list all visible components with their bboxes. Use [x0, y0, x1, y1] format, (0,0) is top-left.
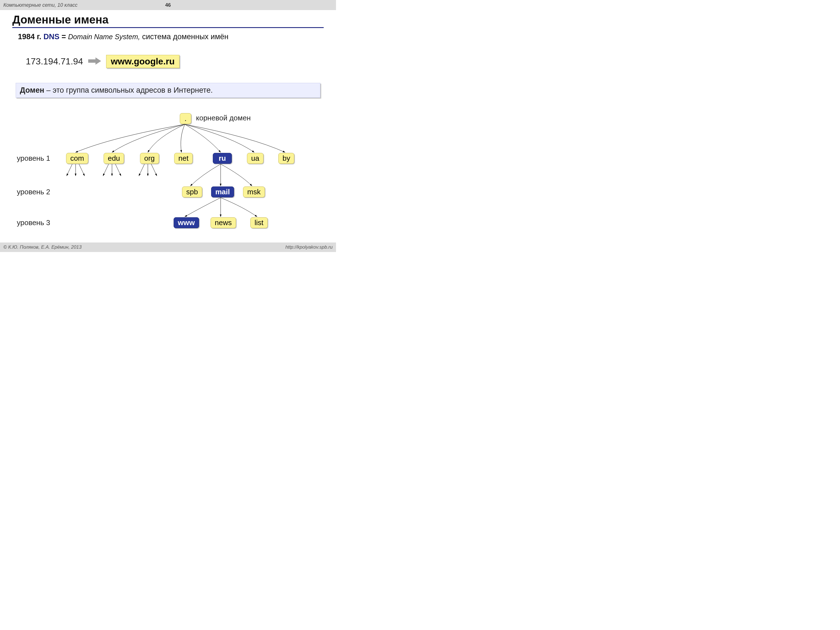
tree-node-ua: ua [247, 153, 264, 164]
intro-line: 1984 г. DNS = Domain Name System, систем… [18, 33, 325, 41]
footer-url: http://kpolyakov.spb.ru [285, 245, 333, 250]
tree-node-org: org [140, 153, 159, 164]
tree-node-www: www [174, 217, 199, 228]
course-label: Компьютерные сети, 10 класс [3, 2, 77, 8]
level-2-label: уровень 2 [17, 188, 50, 196]
root-domain-label: корневой домен [196, 114, 251, 122]
equals-text: = [62, 33, 68, 41]
tree-node-com: com [66, 153, 88, 164]
definition-term: Домен [20, 86, 44, 94]
intro-tail: система доменных имён [142, 33, 229, 41]
year-text: 1984 г. [18, 33, 41, 41]
definition-body: – это группа символьных адресов в Интерн… [46, 86, 213, 94]
tree-node-list: list [250, 217, 268, 228]
domain-tree: . корневой домен уровень 1 уровень 2 уро… [0, 106, 336, 241]
domain-highlight-box: www.google.ru [106, 55, 180, 68]
tree-node-mail: mail [211, 186, 234, 197]
tree-node-msk: msk [243, 186, 265, 197]
tree-node-by: by [278, 153, 294, 164]
arrow-right-icon [88, 57, 102, 66]
footer-copyright: © К.Ю. Поляков, Е.А. Ерёмин, 2013 [3, 245, 82, 250]
tree-node-net: net [174, 153, 193, 164]
definition-box: Домен – это группа символьных адресов в … [16, 83, 321, 98]
footer-bar: © К.Ю. Поляков, Е.А. Ерёмин, 2013 http:/… [0, 243, 336, 252]
tree-node-root: . [180, 113, 191, 124]
tree-node-ru: ru [213, 153, 232, 164]
tree-connectors [0, 106, 336, 241]
tree-node-spb: spb [182, 186, 202, 197]
dns-expansion: Domain Name System, [68, 33, 140, 41]
ip-address: 173.194.71.94 [26, 56, 83, 66]
header-bar: Компьютерные сети, 10 класс 46 [0, 0, 336, 10]
tree-node-news: news [210, 217, 236, 228]
tree-node-edu: edu [104, 153, 124, 164]
svg-marker-0 [88, 57, 101, 65]
level-3-label: уровень 3 [17, 218, 50, 227]
page-title: Доменные имена [12, 13, 324, 28]
ip-row: 173.194.71.94 www.google.ru [26, 55, 180, 68]
dns-abbr: DNS [43, 33, 59, 41]
level-1-label: уровень 1 [17, 154, 50, 163]
